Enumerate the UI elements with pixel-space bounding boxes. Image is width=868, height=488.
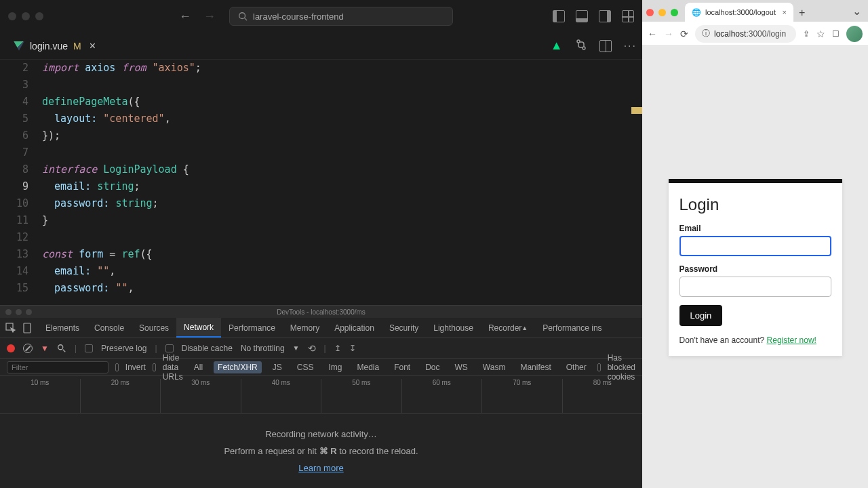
filter-img[interactable]: Img (324, 361, 346, 373)
profile-avatar[interactable] (846, 26, 863, 42)
tick: 70 ms (481, 379, 562, 413)
tab-lighthouse[interactable]: Lighthouse (426, 318, 481, 338)
browser-back-icon[interactable]: ← (648, 28, 657, 39)
filter-fetch[interactable]: Fetch/XHR (214, 361, 262, 373)
bookmark-icon[interactable]: ☆ (816, 28, 825, 39)
close-window-dot[interactable] (8, 12, 16, 20)
git-compare-icon[interactable] (575, 39, 587, 54)
filter-toggle-icon[interactable]: ▼ (41, 344, 49, 353)
tab-performance[interactable]: Performance (221, 318, 283, 338)
chrome-tab[interactable]: 🌐 localhost:3000/logout × (685, 3, 793, 22)
filter-media[interactable]: Media (353, 361, 383, 373)
customize-layout-icon[interactable] (622, 10, 634, 22)
tick: 40 ms (241, 379, 321, 413)
command-center-search[interactable]: laravel-course-frontend (229, 7, 453, 26)
network-timeline[interactable]: 10 ms 20 ms 30 ms 40 ms 50 ms 60 ms 70 m… (0, 376, 642, 414)
wifi-icon[interactable]: ⟲ (308, 343, 316, 354)
download-icon[interactable]: ↧ (349, 344, 356, 353)
tab-network[interactable]: Network (176, 318, 221, 338)
filter-manifest[interactable]: Manifest (516, 361, 555, 373)
nav-forward-icon[interactable]: → (203, 9, 216, 24)
filter-all[interactable]: All (190, 361, 207, 373)
extensions-icon[interactable]: ☐ (832, 29, 840, 39)
chrome-close-icon[interactable] (646, 9, 654, 16)
editor-window: ← → laravel-course-frontend login.vue M … (0, 0, 642, 488)
layout-controls (553, 10, 634, 22)
blocked-cookies-checkbox[interactable] (597, 363, 601, 371)
filter-font[interactable]: Font (390, 361, 414, 373)
filter-other[interactable]: Other (562, 361, 591, 373)
search-network-icon[interactable] (57, 344, 66, 353)
chrome-zoom-icon[interactable] (671, 9, 678, 16)
file-tab-login[interactable]: login.vue M × (5, 33, 104, 59)
chrome-tab-close-icon[interactable]: × (783, 8, 787, 16)
devtools-zoom-dot[interactable] (26, 309, 32, 315)
tab-perf-insights[interactable]: Performance ins (535, 318, 609, 338)
svg-point-6 (58, 344, 63, 349)
code-editor[interactable]: 2 3 4 5 6 7 8 9 10 11 12 13 14 15 import… (0, 60, 642, 305)
chevron-down-icon[interactable]: ▼ (293, 344, 300, 352)
toggle-panel-icon[interactable] (576, 10, 588, 22)
register-row: Don't have an account? Register now! (679, 336, 831, 345)
filter-doc[interactable]: Doc (421, 361, 443, 373)
disable-cache-checkbox[interactable] (165, 344, 174, 352)
filter-js[interactable]: JS (269, 361, 286, 373)
zoom-window-dot[interactable] (35, 12, 43, 20)
chrome-minimize-icon[interactable] (658, 9, 666, 16)
password-label: Password (679, 264, 831, 274)
tick: 50 ms (321, 379, 401, 413)
throttling-select[interactable]: No throttling (241, 344, 285, 353)
url-bar[interactable]: ⓘ localhost:3000/login (695, 25, 796, 43)
filter-css[interactable]: CSS (293, 361, 318, 373)
password-field[interactable] (679, 277, 831, 297)
network-toolbar: ▼ | Preserve log | Disable cache No thro… (0, 338, 642, 359)
more-actions-icon[interactable]: ··· (624, 40, 637, 52)
record-button[interactable] (7, 344, 15, 352)
hide-urls-checkbox[interactable] (153, 363, 156, 371)
tab-security[interactable]: Security (382, 318, 426, 338)
minimize-window-dot[interactable] (22, 12, 30, 20)
devtools-min-dot[interactable] (16, 309, 22, 315)
clear-icon[interactable] (23, 344, 33, 353)
chrome-window-controls[interactable] (646, 9, 678, 16)
toggle-secondary-icon[interactable] (599, 10, 611, 22)
tab-close-icon[interactable]: × (90, 40, 96, 52)
invert-checkbox[interactable] (115, 363, 119, 371)
device-icon[interactable] (22, 323, 33, 333)
project-name: laravel-course-frontend (253, 12, 344, 22)
chrome-tab-title: localhost:3000/logout (705, 8, 776, 16)
filter-ws[interactable]: WS (451, 361, 472, 373)
upload-icon[interactable]: ↥ (334, 344, 341, 353)
tab-sources[interactable]: Sources (132, 318, 176, 338)
filter-wasm[interactable]: Wasm (479, 361, 510, 373)
login-button[interactable]: Login (679, 305, 723, 326)
tab-elements[interactable]: Elements (38, 318, 87, 338)
learn-more-link[interactable]: Learn more (298, 463, 343, 473)
browser-forward-icon[interactable]: → (664, 28, 673, 39)
devtools-close-dot[interactable] (5, 309, 12, 315)
register-link[interactable]: Register now! (767, 336, 816, 345)
chrome-tablist-icon[interactable]: ⌄ (852, 5, 861, 18)
toggle-sidebar-icon[interactable] (553, 10, 565, 22)
tab-recorder[interactable]: Recorder ▲ (481, 318, 535, 338)
minimap-marker[interactable] (631, 107, 642, 114)
tab-console[interactable]: Console (87, 318, 132, 338)
split-editor-icon[interactable] (599, 40, 612, 52)
code-content[interactable]: import axios from "axios"; definePageMet… (42, 60, 642, 305)
browser-reload-icon[interactable]: ⟳ (680, 28, 688, 39)
preserve-log-checkbox[interactable] (85, 344, 93, 352)
share-icon[interactable]: ⇪ (803, 29, 810, 39)
disable-cache-label: Disable cache (182, 344, 233, 353)
filter-input[interactable] (7, 361, 108, 373)
tab-filename: login.vue (30, 41, 68, 52)
new-tab-icon[interactable]: + (799, 7, 805, 19)
nuxt-icon[interactable]: ▲ (551, 39, 563, 53)
nav-back-icon[interactable]: ← (179, 9, 191, 24)
svg-point-3 (583, 47, 585, 49)
window-controls[interactable] (8, 12, 43, 20)
tab-memory[interactable]: Memory (283, 318, 327, 338)
inspect-icon[interactable] (5, 323, 16, 333)
email-field[interactable] (679, 236, 831, 256)
site-info-icon[interactable]: ⓘ (702, 28, 710, 39)
tab-application[interactable]: Application (327, 318, 382, 338)
